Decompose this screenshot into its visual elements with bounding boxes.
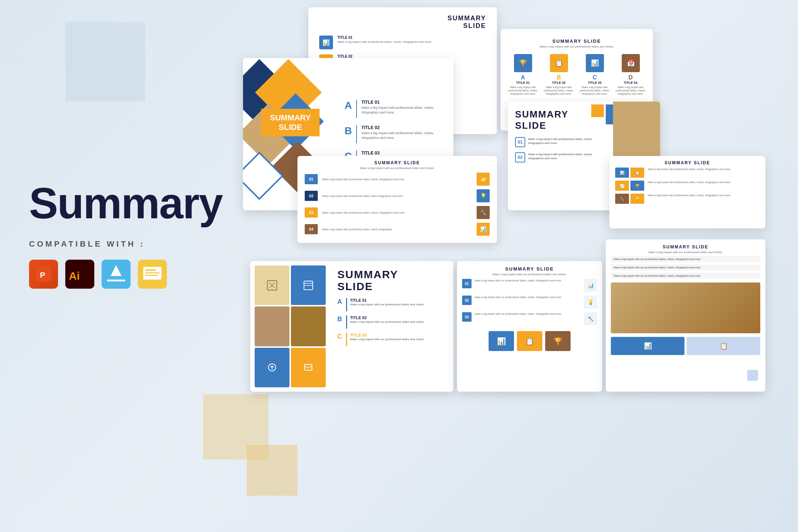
s3-desc-d: Make a big impact with professional slid…	[614, 86, 647, 95]
s9-icon-light-blue: 📋	[687, 337, 760, 355]
s7-title-b: TITLE 02	[350, 316, 424, 320]
slide-9-title: SUMMARY SLIDE	[611, 244, 760, 249]
s7-title-a: TITLE 01	[350, 298, 424, 302]
s8-icon-row: 📊 📋 🏆	[462, 331, 597, 351]
s9-text-row-2: Make a big impact with our professional …	[611, 264, 760, 271]
svg-rect-10	[145, 272, 160, 273]
s3-title-d: TITLE 04	[624, 81, 638, 84]
s9-photo-bg	[611, 283, 760, 333]
s3-letter-d: D	[629, 74, 633, 81]
s8-item-1: 01 make a big impact with our profession…	[462, 279, 597, 292]
s5-icon-1: 📁	[477, 173, 490, 186]
slide-1-banner: SUMMARY SLIDE	[261, 109, 320, 136]
slide-card-9: SUMMARY SLIDE Make a big impact with our…	[606, 239, 765, 392]
s1-title-b: TITLE 02	[361, 125, 446, 130]
slide-2-item-1: 📊 TITLE 01 Make a big impact with profes…	[319, 36, 486, 49]
s3-col-c: 📊 C TITLE 03 Make a big impact with prof…	[578, 54, 611, 95]
s6-item-2: 📈 🏆 Make a big impact with professional …	[615, 181, 760, 191]
s7-desc-c: Make a big impact with our professional …	[350, 337, 424, 341]
s9-photo	[611, 283, 760, 333]
s3-icon-d: 📅	[622, 54, 640, 72]
s7-divider-c	[346, 333, 347, 346]
s7-item-b: B TITLE 02 Make a big impact with our pr…	[337, 316, 446, 329]
s8-bottom-icon-1: 📊	[489, 331, 514, 351]
slide-card-7: SUMMARYSLIDE A TITLE 01 Make a big impac…	[250, 261, 453, 392]
s7-text-b: TITLE 02 Make a big impact with our prof…	[350, 316, 424, 324]
slide-1-banner-title: SUMMARY	[270, 113, 311, 123]
s4-num-2: 02	[515, 152, 525, 162]
s8-bottom-icon-2: 📋	[517, 331, 542, 351]
s9-text-row-3: Make a big impact with our professional …	[611, 273, 760, 279]
s8-text-2: make a big impact with our professional …	[474, 296, 581, 299]
s3-title-b: TITLE 02	[552, 81, 566, 84]
slide-6-items: 📊 📋 Make a big impact with professional …	[615, 168, 760, 204]
s5-desc-3: Make a big impact with professional slid…	[322, 211, 472, 214]
slide-card-8: SUMMARY SLIDE Make a big impact with our…	[457, 261, 602, 392]
s8-text-1: make a big impact with our professional …	[474, 279, 581, 282]
s7-photo-2	[291, 265, 326, 305]
s5-icon-4: 📊	[477, 223, 490, 236]
s8-desc-3: make a big impact with our professional …	[474, 312, 581, 316]
slide-5-title: SUMMARY SLIDE	[305, 160, 490, 165]
s3-col-d: 📅 D TITLE 04 Make a big impact with prof…	[614, 54, 647, 95]
s7-letter-b: B	[337, 316, 343, 323]
powerpoint-icon: P	[29, 260, 58, 289]
s3-title-c: TITLE 03	[588, 81, 602, 84]
s8-num-3: 03	[462, 312, 472, 322]
svg-text:Ai: Ai	[69, 270, 80, 282]
s6-icon-1a: 📊	[615, 168, 629, 178]
s7-divider-b	[346, 316, 347, 329]
keynote-icon	[102, 260, 131, 289]
slide-1-item-b: B TITLE 02 Make a big impact with profes…	[345, 125, 446, 143]
s3-desc-c: Make a big impact with professional slid…	[578, 86, 611, 95]
s3-desc-b: Make a big impact with professional slid…	[542, 86, 575, 95]
slide-9-text-items: Make a big impact with our professional …	[611, 256, 760, 279]
s2-item-desc-1: Make a big impact with professional slid…	[337, 40, 432, 44]
slide-5-items: 01 Make a big impact with professional s…	[305, 173, 490, 236]
s5-num-1: 01	[305, 174, 318, 184]
s6-icon-2b: 🏆	[630, 181, 644, 191]
s8-num-1: 01	[462, 279, 472, 288]
s5-desc-4: Make a big impact with professional slid…	[322, 228, 472, 231]
s7-item-a: A TITLE 01 Make a big impact with our pr…	[337, 298, 446, 311]
s4-desc-2: Make a big impact with professional slid…	[528, 152, 598, 160]
slide-8-items: 01 make a big impact with our profession…	[462, 279, 597, 325]
s8-desc-2: make a big impact with our professional …	[474, 296, 581, 299]
compatible-label: COMPATIBLE WITH :	[29, 239, 210, 249]
s7-item-c: C TITLE 03 Make a big impact with our pr…	[337, 333, 446, 346]
s7-text-c: TITLE 03 Make a big impact with our prof…	[350, 333, 424, 341]
s3-letter-a: A	[521, 74, 525, 81]
s6-desc-2: Make a big impact with professional slid…	[648, 181, 731, 184]
slide-card-6: SUMMARY SLIDE 📊 📋 Make a big impact with…	[609, 156, 765, 228]
s6-desc-1: Make a big impact with professional slid…	[648, 168, 731, 171]
s2-item-title-1: TITLE 01	[337, 36, 432, 40]
s5-text-3: Make a big impact with professional slid…	[322, 211, 472, 214]
s6-item-1: 📊 📋 Make a big impact with professional …	[615, 168, 760, 178]
s6-icon-1b: 📋	[630, 168, 644, 178]
s7-desc-a: Make a big impact with our professional …	[350, 302, 424, 306]
s3-letter-b: B	[557, 74, 561, 81]
s5-icon-3: 🔧	[477, 206, 490, 219]
slide-3-cols: 🏆 A TITLE 01 Make a big impact with prof…	[506, 54, 647, 95]
s2-item-text-1: TITLE 01 Make a big impact with professi…	[337, 36, 432, 44]
slide-1-letter-a: A	[345, 100, 352, 111]
s4-accent-orange	[591, 104, 604, 117]
s9-text-row-1: Make a big impact with our professional …	[611, 256, 760, 262]
s8-icon-3: 🔧	[584, 312, 597, 325]
s3-icon-a: 🏆	[514, 54, 532, 72]
s8-text-3: make a big impact with our professional …	[474, 312, 581, 316]
svg-rect-5	[107, 280, 125, 281]
svg-rect-9	[145, 269, 156, 271]
s6-text-2: Make a big impact with professional slid…	[648, 181, 731, 184]
s6-text-3: Make a big impact with professional slid…	[648, 194, 731, 197]
slide-3-subtitle: Make a big impact with our professional …	[514, 45, 640, 48]
s6-text-1: Make a big impact with professional slid…	[648, 168, 731, 171]
svg-rect-17	[243, 153, 283, 199]
slide-7-title: SUMMARYSLIDE	[337, 268, 446, 292]
google-slides-icon	[138, 260, 167, 289]
s6-desc-3: Make a big impact with professional slid…	[648, 194, 731, 197]
slide-4-text: SUMMARYSLIDE 01 Make a big impact with p…	[508, 102, 606, 210]
s6-icon-3a: 🔧	[615, 194, 629, 204]
s8-bottom-icon-3: 🏆	[545, 331, 571, 351]
s9-accent	[747, 370, 758, 381]
